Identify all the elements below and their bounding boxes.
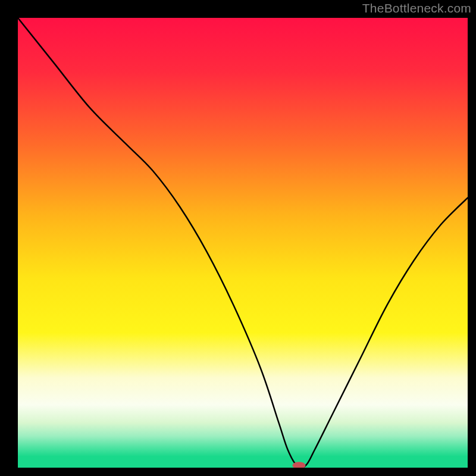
gradient-background	[18, 18, 468, 468]
bottleneck-chart	[18, 18, 468, 468]
chart-frame: TheBottleneck.com	[0, 0, 476, 476]
plot-area	[18, 18, 468, 468]
watermark-text: TheBottleneck.com	[362, 1, 471, 15]
